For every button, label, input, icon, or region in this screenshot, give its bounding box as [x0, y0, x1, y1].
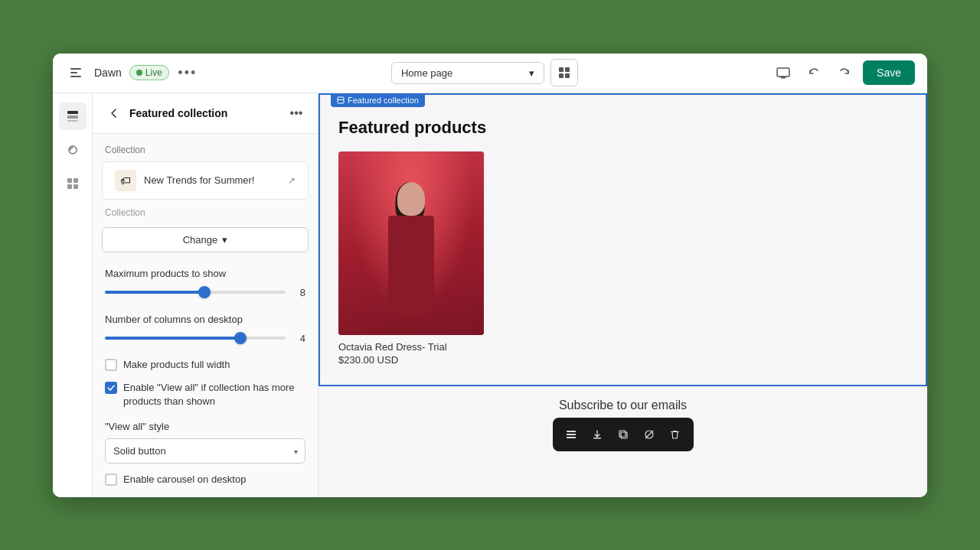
svg-rect-2 — [70, 76, 81, 77]
product-card: Octavia Red Dress- Trial $230.00 USD — [338, 151, 484, 366]
save-button[interactable]: Save — [863, 60, 915, 85]
redo-button[interactable] — [832, 60, 857, 85]
device-preview-button[interactable] — [550, 59, 578, 86]
view-all-style-section: "View all" style Solid button Outline bu… — [93, 413, 318, 468]
svg-rect-23 — [593, 438, 601, 439]
product-name: Octavia Red Dress- Trial — [338, 341, 484, 353]
collection-icon: 🏷 — [115, 170, 136, 191]
live-dot — [136, 70, 142, 76]
settings-title: Featured collection — [129, 107, 281, 119]
view-all-style-label: "View all" style — [105, 421, 305, 432]
desktop-preview-icon[interactable] — [771, 60, 795, 85]
svg-rect-21 — [567, 434, 576, 435]
svg-rect-15 — [74, 178, 78, 183]
full-width-label: Make products full width — [123, 358, 230, 372]
carousel-checkbox[interactable] — [105, 474, 117, 486]
svg-rect-17 — [74, 184, 78, 189]
duplicate-button[interactable] — [611, 422, 635, 447]
full-width-checkbox-row[interactable]: Make products full width — [93, 353, 318, 376]
svg-rect-14 — [67, 178, 72, 183]
view-all-select-wrapper: Solid button Outline button Link ▾ — [105, 438, 305, 464]
svg-rect-6 — [565, 73, 570, 78]
live-badge: Live — [129, 65, 169, 80]
carousel-label: Enable carousel on desktop — [123, 473, 246, 487]
figure-dress — [388, 216, 434, 315]
sidebar-toggle-icon[interactable] — [65, 62, 87, 83]
topbar-center: Home page ▾ — [207, 59, 762, 86]
collection-sub-label: Collection — [93, 206, 318, 224]
view-all-checkbox[interactable] — [105, 382, 117, 394]
svg-rect-7 — [777, 68, 789, 76]
max-products-thumb[interactable] — [198, 286, 211, 298]
preview-frame: Featured products Octavia Red Dress- Tri… — [318, 93, 927, 386]
topbar-right: Save — [771, 60, 915, 85]
svg-rect-1 — [70, 72, 77, 73]
settings-more-button[interactable]: ••• — [287, 104, 305, 122]
num-columns-fill — [105, 337, 240, 340]
full-width-checkbox[interactable] — [105, 359, 117, 371]
num-columns-slider-row: 4 — [105, 333, 305, 344]
max-products-slider[interactable] — [105, 291, 286, 294]
sidebar-item-sections[interactable] — [59, 103, 87, 130]
preview-area: Featured collection Featured products — [318, 93, 927, 497]
hide-button[interactable] — [637, 422, 662, 447]
num-columns-label: Number of columns on desktop — [105, 314, 305, 325]
svg-rect-4 — [565, 67, 570, 72]
section-tag[interactable]: Featured collection — [331, 93, 425, 107]
svg-rect-9 — [779, 76, 787, 77]
collection-name-label: New Trends for Summer! — [144, 174, 280, 186]
featured-products-title: Featured products — [338, 118, 907, 138]
sidebar-item-blocks[interactable] — [59, 170, 87, 197]
svg-rect-8 — [781, 77, 786, 79]
external-link-icon: ↗ — [288, 175, 296, 186]
change-chevron-icon: ▾ — [222, 234, 227, 246]
figure-head — [397, 182, 425, 216]
move-up-button[interactable] — [559, 422, 583, 447]
svg-rect-24 — [621, 432, 627, 438]
delete-button[interactable] — [663, 422, 688, 447]
num-columns-thumb[interactable] — [234, 332, 247, 344]
svg-rect-5 — [559, 73, 564, 78]
svg-rect-10 — [67, 111, 78, 114]
svg-rect-22 — [567, 431, 576, 432]
max-products-fill — [105, 291, 204, 294]
svg-rect-3 — [559, 67, 564, 72]
collection-section-label: Collection — [93, 134, 318, 161]
max-products-slider-row: 8 — [105, 287, 305, 298]
store-name-label: Dawn — [94, 67, 122, 79]
settings-panel: Featured collection ••• Collection 🏷 New… — [93, 93, 318, 497]
svg-rect-16 — [67, 184, 72, 189]
section-tag-label: Featured collection — [348, 96, 419, 105]
change-button-label: Change — [183, 234, 218, 246]
move-down-button[interactable] — [585, 422, 609, 447]
max-products-section: Maximum products to show 8 — [93, 262, 318, 308]
page-selector-value: Home page — [401, 67, 452, 79]
collection-item[interactable]: 🏷 New Trends for Summer! ↗ — [102, 161, 309, 200]
change-button[interactable]: Change ▾ — [102, 227, 309, 252]
icon-sidebar — [53, 93, 93, 497]
undo-button[interactable] — [802, 60, 826, 85]
sidebar-item-apps[interactable] — [59, 136, 87, 164]
view-all-select[interactable]: Solid button Outline button Link — [105, 438, 305, 464]
figure-body — [381, 182, 442, 335]
page-selector[interactable]: Home page ▾ — [391, 62, 544, 84]
svg-rect-11 — [67, 116, 78, 119]
max-products-label: Maximum products to show — [105, 268, 305, 279]
more-options-button[interactable]: ••• — [177, 62, 198, 83]
svg-rect-0 — [70, 68, 81, 70]
topbar-left: Dawn Live ••• — [65, 62, 198, 83]
product-image — [338, 151, 484, 335]
product-price: $230.00 USD — [338, 354, 484, 366]
main-content: Featured collection ••• Collection 🏷 New… — [53, 93, 927, 497]
section-toolbar — [553, 418, 694, 451]
view-all-checkbox-row[interactable]: Enable "View all" if collection has more… — [93, 376, 318, 413]
product-image-figure — [338, 151, 484, 335]
settings-back-button[interactable] — [105, 104, 123, 122]
svg-rect-25 — [619, 431, 626, 437]
settings-header: Featured collection ••• — [93, 93, 318, 134]
carousel-checkbox-row[interactable]: Enable carousel on desktop — [93, 468, 318, 491]
num-columns-slider[interactable] — [105, 337, 286, 340]
topbar: Dawn Live ••• Home page ▾ — [53, 54, 927, 93]
svg-rect-12 — [67, 120, 78, 122]
max-products-value: 8 — [293, 287, 305, 298]
